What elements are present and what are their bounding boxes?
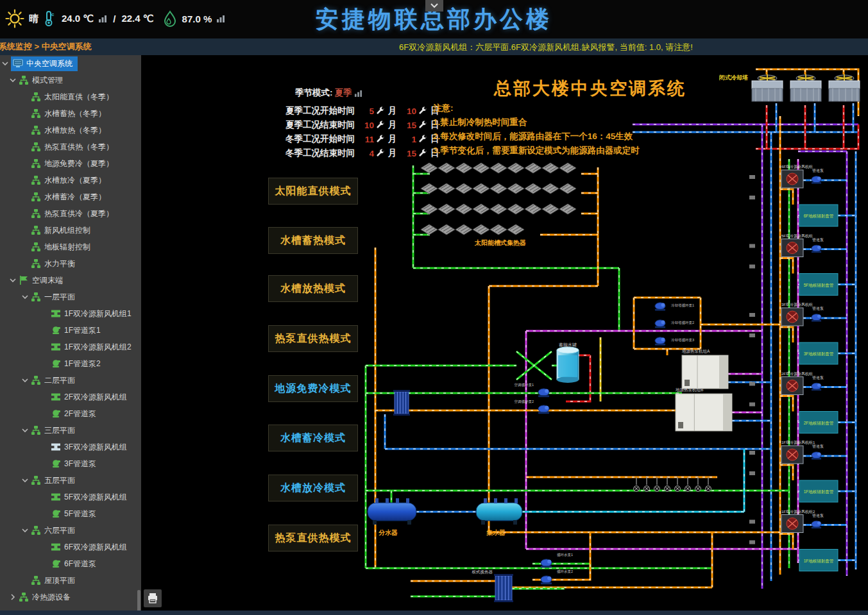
tree-item[interactable]: 1F双冷源新风机组1: [0, 305, 141, 322]
wrench-icon[interactable]: [376, 106, 385, 115]
valve[interactable]: [749, 382, 755, 386]
floor-ahu[interactable]: [781, 377, 803, 395]
mode-button[interactable]: 水槽放冷模式: [268, 475, 358, 501]
floor-ahu[interactable]: [781, 446, 803, 464]
wrench-icon[interactable]: [376, 121, 385, 130]
tree-item[interactable]: 2F管道泵: [0, 405, 141, 422]
pump[interactable]: [655, 303, 665, 311]
floor-ahu[interactable]: [781, 239, 803, 257]
collapse-header-button[interactable]: [425, 0, 443, 12]
pump[interactable]: [812, 383, 821, 391]
sidebar-scrollbar[interactable]: [137, 590, 140, 611]
plate-heat-exchanger[interactable]: [393, 390, 410, 416]
valve[interactable]: [749, 265, 755, 269]
pump[interactable]: [812, 314, 821, 322]
tree-item[interactable]: 水槽放热（冬季）: [0, 122, 141, 139]
wrench-icon[interactable]: [418, 149, 427, 158]
tree-item[interactable]: 中央空调系统: [0, 55, 141, 72]
tree-item[interactable]: 三层平面: [0, 422, 141, 439]
valve[interactable]: [749, 313, 755, 317]
wrench-icon[interactable]: [376, 135, 385, 144]
bar-chart-icon: [354, 89, 362, 97]
valve[interactable]: [749, 541, 755, 544]
tree-item[interactable]: 3F管道泵: [0, 455, 141, 472]
diagram-label: 6F双冷源新风机组: [781, 164, 813, 169]
tree-item[interactable]: 冷热源设备: [0, 589, 141, 605]
day-value: 15: [402, 149, 416, 158]
tree-item[interactable]: 二层平面: [0, 372, 141, 389]
wrench-icon[interactable]: [418, 121, 427, 130]
tree-item[interactable]: 水槽放冷（夏季）: [0, 172, 141, 189]
tree-item[interactable]: 3F双冷源新风机组: [0, 439, 141, 455]
pump[interactable]: [812, 452, 821, 460]
cooling-tower[interactable]: [790, 74, 821, 101]
pump[interactable]: [812, 521, 821, 528]
pump[interactable]: [538, 405, 549, 414]
pump[interactable]: [541, 559, 552, 568]
water-header[interactable]: [476, 498, 522, 525]
pump[interactable]: [541, 576, 552, 584]
pump[interactable]: [655, 320, 665, 328]
tree-item[interactable]: 太阳能直供（冬季）: [0, 88, 141, 105]
tree-item[interactable]: 地源免费冷（夏季）: [0, 155, 141, 172]
valve[interactable]: [749, 333, 755, 337]
tree-item[interactable]: 6F双冷源新风机组: [0, 539, 141, 555]
tree-item[interactable]: 1F双冷源新风机组2: [0, 339, 141, 355]
mode-button[interactable]: 水槽放热模式: [268, 275, 358, 302]
tree-item[interactable]: 地板辐射控制: [0, 239, 141, 255]
mode-button[interactable]: 水槽蓄冷模式: [268, 425, 358, 451]
floor-ahu[interactable]: [781, 170, 803, 188]
tree-item[interactable]: 五层平面: [0, 472, 141, 489]
tree-item[interactable]: 六层平面: [0, 522, 141, 539]
plate-heat-exchanger[interactable]: [494, 574, 513, 602]
pump[interactable]: [812, 245, 821, 253]
tree-item[interactable]: 屋顶平面: [0, 572, 141, 589]
tree-item[interactable]: 5F管道泵: [0, 505, 141, 522]
tree-item-label: 水槽蓄热（冬季）: [44, 108, 106, 119]
wrench-icon[interactable]: [376, 149, 385, 158]
valve[interactable]: [749, 244, 755, 248]
heat-pump-unit[interactable]: [682, 355, 728, 389]
tree-item[interactable]: 水槽蓄热（冬季）: [0, 105, 141, 122]
mode-button[interactable]: 热泵直供热模式: [268, 325, 358, 352]
valve[interactable]: [749, 403, 755, 407]
pump[interactable]: [538, 389, 549, 397]
tree-item[interactable]: 6F管道泵: [0, 555, 141, 572]
mode-button[interactable]: 水槽蓄热模式: [268, 227, 358, 254]
tree-item[interactable]: 新风机组控制: [0, 222, 141, 239]
valve[interactable]: [749, 175, 755, 179]
valve[interactable]: [749, 451, 755, 455]
valve[interactable]: [749, 520, 755, 524]
breadcrumb[interactable]: 系统监控 > 中央空调系统: [0, 41, 92, 53]
heat-pump-unit[interactable]: [676, 394, 732, 431]
wrench-icon[interactable]: [418, 135, 427, 144]
floor-ahu[interactable]: [781, 308, 803, 326]
pump[interactable]: [812, 176, 821, 184]
tree-item[interactable]: 1F管道泵2: [0, 355, 141, 372]
tree-item[interactable]: 2F双冷源新风机组: [0, 389, 141, 405]
storage-tank[interactable]: [557, 347, 579, 383]
mode-button[interactable]: 热泵直供热模式: [268, 525, 358, 552]
alarm-message[interactable]: 6F双冷源新风机组：六层平面.6F双冷源新风机组.缺风报警, 当前值: 1.0,…: [399, 42, 693, 53]
tree-item[interactable]: 水力平衡: [0, 255, 141, 272]
tree-item[interactable]: 热泵直供热（冬季）: [0, 139, 141, 155]
bar-chart-icon: [216, 14, 225, 23]
tree-item-label: 6F管道泵: [64, 559, 96, 569]
print-button[interactable]: [144, 589, 162, 607]
valve[interactable]: [749, 196, 755, 199]
cooling-tower[interactable]: [752, 74, 783, 101]
cooling-tower[interactable]: [829, 74, 860, 101]
tree-item[interactable]: 模式管理: [0, 72, 141, 88]
tree-item[interactable]: 一层平面: [0, 289, 141, 305]
mode-button[interactable]: 太阳能直供模式: [268, 178, 358, 205]
valve[interactable]: [749, 471, 755, 475]
tree-item[interactable]: 水槽蓄冷（夏季）: [0, 189, 141, 205]
tree-item[interactable]: 1F管道泵1: [0, 322, 141, 339]
wrench-icon[interactable]: [418, 106, 427, 115]
pump[interactable]: [655, 337, 665, 346]
tree-item[interactable]: 空调末端: [0, 272, 141, 289]
tree-item[interactable]: 热泵直供冷（夏季）: [0, 205, 141, 222]
tree-item[interactable]: 5F双冷源新风机组: [0, 489, 141, 505]
mode-button[interactable]: 地源免费冷模式: [268, 375, 358, 402]
floor-ahu[interactable]: [781, 515, 803, 533]
